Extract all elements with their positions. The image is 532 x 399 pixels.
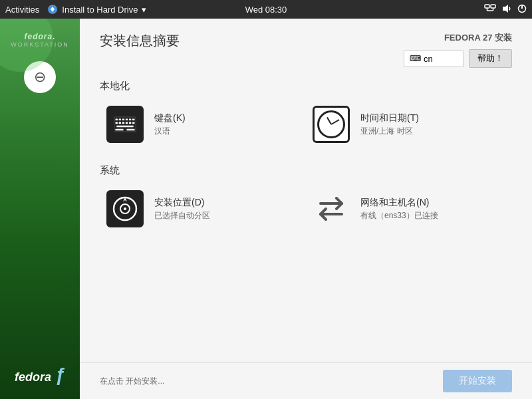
network-option-text: 网络和主机名(N) 有线（ens33）已连接 — [360, 197, 438, 221]
keyboard-title: 键盘(K) — [154, 112, 186, 124]
svg-rect-22 — [116, 126, 134, 128]
power-icon[interactable] — [517, 4, 527, 15]
app-icon — [47, 4, 58, 15]
lang-value: cn — [424, 54, 433, 64]
svg-rect-15 — [132, 119, 134, 121]
topbar-time: Wed 08:30 — [245, 5, 287, 15]
topbar-right — [484, 4, 527, 15]
app-name-label: Install to Hard Drive — [62, 5, 138, 15]
network-icon[interactable] — [484, 4, 496, 15]
disk-icon — [112, 196, 138, 221]
datetime-title: 时间和日期(T) — [360, 112, 419, 124]
avatar-icon: ⊖ — [34, 68, 46, 86]
clock-minute-hand — [331, 119, 340, 125]
volume-icon[interactable] — [501, 4, 512, 15]
svg-rect-24 — [127, 129, 135, 131]
fedora-brand: fedora. — [11, 32, 69, 41]
disk-icon-box — [106, 190, 144, 227]
keyboard-subtitle: 汉语 — [154, 126, 186, 137]
svg-rect-20 — [129, 122, 131, 124]
help-button[interactable]: 帮助！ — [469, 49, 512, 68]
main-layout: fedora. WORKSTATION ⊖ fedora ƒ 安装信息摘要 FE… — [0, 19, 532, 399]
svg-rect-19 — [126, 122, 128, 124]
svg-rect-2 — [491, 5, 495, 8]
svg-rect-16 — [116, 122, 118, 124]
localization-section-label: 本地化 — [80, 74, 532, 96]
clock-icon-box — [313, 106, 350, 143]
svg-rect-23 — [116, 129, 124, 131]
install-dest-text: 安装位置(D) 已选择自动分区 — [154, 197, 210, 221]
page-title: 安装信息摘要 — [100, 32, 180, 50]
network-arrows-icon — [313, 190, 350, 227]
svg-point-27 — [124, 207, 126, 210]
svg-rect-14 — [129, 119, 131, 121]
keyboard-option-text: 键盘(K) 汉语 — [154, 112, 186, 137]
fedora-install-info: FEDORA 27 安装 ⌨ cn 帮助！ — [404, 32, 512, 68]
fedora-version-label: FEDORA 27 安装 — [444, 32, 512, 44]
install-dest-title: 安装位置(D) — [154, 197, 210, 209]
svg-rect-1 — [485, 5, 489, 8]
svg-rect-13 — [126, 119, 128, 121]
fedora-label: fedora — [15, 370, 51, 384]
content-area: 安装信息摘要 FEDORA 27 安装 ⌨ cn 帮助！ 本地化 — [80, 19, 532, 399]
datetime-subtitle: 亚洲/上海 时区 — [360, 126, 419, 137]
svg-rect-12 — [122, 119, 124, 121]
keyboard-small-icon: ⌨ — [410, 54, 421, 63]
network-icon-box — [313, 190, 350, 227]
topbar: Activities Install to Hard Drive ▾ Wed 0… — [0, 0, 532, 19]
svg-rect-10 — [116, 119, 118, 121]
footer-text: 在点击 开始安装... — [100, 376, 164, 387]
system-options: 安装位置(D) 已选择自动分区 网络和主机名(N) 有线（ens33）已连接 — [80, 181, 532, 237]
lang-help-row: ⌨ cn 帮助！ — [404, 49, 512, 68]
begin-install-button[interactable]: 开始安装 — [443, 370, 512, 392]
clock-icon — [317, 110, 345, 138]
svg-rect-11 — [119, 119, 121, 121]
localization-options: 键盘(K) 汉语 时间和日期(T) 亚洲/上海 时区 — [80, 96, 532, 152]
fedora-subtitle: WORKSTATION — [11, 41, 69, 48]
topbar-app: Install to Hard Drive ▾ — [47, 4, 146, 15]
keyboard-icon — [114, 116, 136, 132]
sidebar: fedora. WORKSTATION ⊖ fedora ƒ — [0, 19, 80, 399]
install-dest-option[interactable]: 安装位置(D) 已选择自动分区 — [100, 181, 306, 237]
network-title: 网络和主机名(N) — [360, 197, 438, 209]
dropdown-arrow[interactable]: ▾ — [142, 5, 146, 15]
keyboard-option[interactable]: 键盘(K) 汉语 — [100, 96, 306, 152]
svg-rect-21 — [132, 122, 134, 124]
system-section-label: 系统 — [80, 159, 532, 181]
content-header: 安装信息摘要 FEDORA 27 安装 ⌨ cn 帮助！ — [80, 19, 532, 74]
network-option[interactable]: 网络和主机名(N) 有线（ens33）已连接 — [306, 181, 512, 237]
svg-rect-17 — [119, 122, 121, 124]
network-subtitle: 有线（ens33）已连接 — [360, 210, 438, 221]
lang-input[interactable]: ⌨ cn — [404, 51, 464, 67]
fedora-bottom-text: fedora ƒ — [15, 364, 65, 386]
activities-button[interactable]: Activities — [5, 5, 39, 15]
avatar: ⊖ — [24, 61, 56, 93]
topbar-left: Activities Install to Hard Drive ▾ — [5, 4, 146, 15]
svg-marker-6 — [503, 5, 508, 13]
sidebar-top: fedora. WORKSTATION ⊖ — [11, 32, 69, 93]
datetime-option[interactable]: 时间和日期(T) 亚洲/上海 时区 — [306, 96, 512, 152]
fedora-f-icon: ƒ — [55, 364, 66, 385]
keyboard-icon-box — [106, 106, 144, 143]
svg-rect-18 — [122, 122, 124, 124]
sidebar-bottom-logo: fedora ƒ — [15, 364, 65, 386]
fedora-logo: fedora. WORKSTATION — [11, 32, 69, 48]
content-footer: 在点击 开始安装... 开始安装 — [80, 362, 532, 399]
datetime-option-text: 时间和日期(T) 亚洲/上海 时区 — [360, 112, 419, 137]
spacer — [80, 243, 532, 362]
install-dest-subtitle: 已选择自动分区 — [154, 210, 210, 221]
